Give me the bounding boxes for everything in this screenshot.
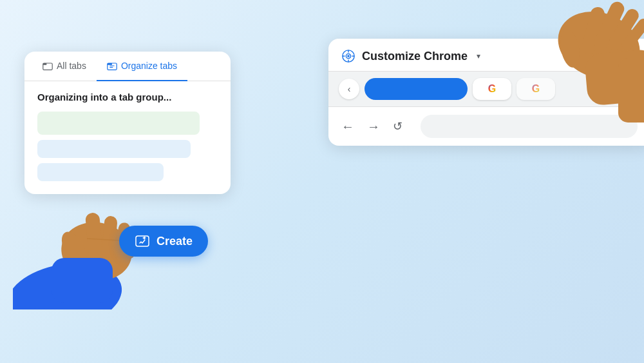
organize-tabs-label: Organize tabs (121, 61, 177, 71)
customize-chrome-icon (341, 49, 355, 63)
create-label: Create (156, 235, 193, 248)
content-block-1 (37, 112, 200, 135)
forward-button[interactable]: → (367, 119, 380, 134)
svg-rect-25 (618, 58, 644, 123)
svg-rect-7 (136, 236, 149, 246)
organize-icon (107, 61, 117, 71)
all-tabs-label: All tabs (57, 61, 86, 71)
tab-all-tabs[interactable]: All tabs (32, 52, 97, 81)
reload-button[interactable]: ↺ (393, 119, 402, 133)
tab-header: All tabs Organize tabs (24, 52, 231, 81)
svg-point-8 (145, 237, 146, 237)
active-tab-chip[interactable] (365, 78, 468, 100)
tabs-icon (43, 61, 53, 71)
svg-rect-1 (43, 63, 47, 65)
tabs-chevron-button[interactable]: ‹ (339, 79, 359, 99)
create-button[interactable]: Create (119, 226, 208, 257)
svg-rect-3 (108, 63, 112, 65)
scene: All tabs Organize tabs Organizing into a… (0, 0, 644, 363)
svg-rect-17 (52, 258, 113, 303)
back-button[interactable]: ← (341, 119, 354, 134)
tab-organize-tabs[interactable]: Organize tabs (97, 52, 187, 81)
svg-point-6 (347, 55, 350, 57)
organizing-text: Organizing into a tab group... (37, 92, 218, 103)
right-hand (457, 0, 644, 148)
create-with-ai-icon (135, 233, 150, 249)
chevron-left-icon: ‹ (348, 84, 351, 94)
customize-chrome-title: Customize Chrome (362, 50, 468, 63)
